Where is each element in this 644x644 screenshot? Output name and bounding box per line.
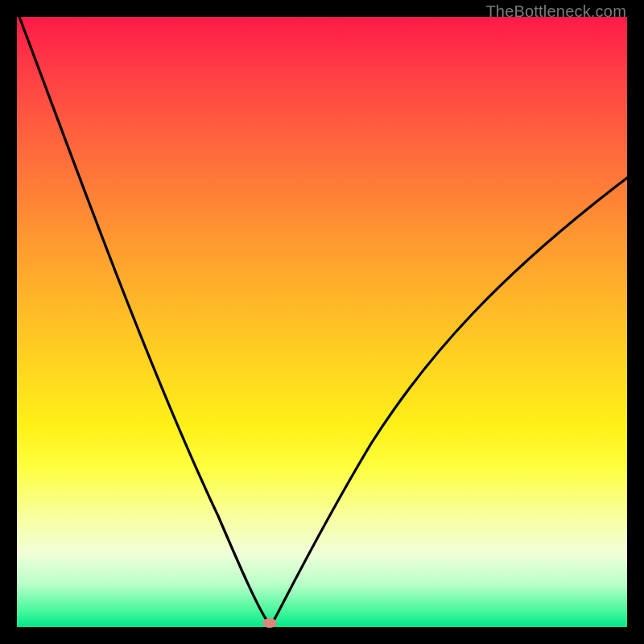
- chart-container: TheBottleneck.com: [0, 0, 644, 644]
- curve-layer: [17, 17, 627, 627]
- watermark-text: TheBottleneck.com: [485, 2, 626, 21]
- optimal-point-marker: [262, 618, 277, 628]
- bottleneck-curve: [19, 17, 627, 622]
